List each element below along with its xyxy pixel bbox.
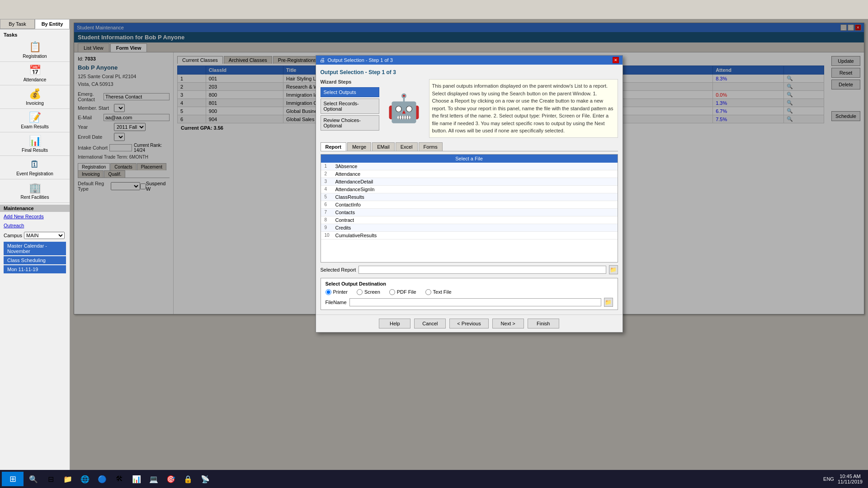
attendance-icon: 📅: [29, 65, 41, 76]
dialog-close-btn[interactable]: ✕: [613, 57, 619, 63]
dialog-title-bar: 🖨 Output Selection - Step 1 of 3 ✕: [316, 56, 623, 65]
output-dialog: 🖨 Output Selection - Step 1 of 3 ✕ Outpu…: [316, 55, 623, 333]
file-list-item-4[interactable]: 4 AttendanceSignIn: [321, 186, 618, 193]
file-list-item-9[interactable]: 9 Credits: [321, 224, 618, 232]
file-list-item-2[interactable]: 2 Attendance: [321, 170, 618, 178]
sidebar: By Task By Entity Tasks 📋 Registration 📅…: [0, 19, 70, 470]
filename-input[interactable]: [349, 298, 601, 306]
taskbar-icons: 🔍 ⊟ 📁 🌐 🔵 🛠 📊 💻 🎯 🔒 📡: [25, 471, 213, 487]
add-records-link[interactable]: Add New Records: [0, 212, 70, 221]
radio-text[interactable]: Text File: [425, 289, 452, 295]
invoicing-label: Invoicing: [26, 101, 43, 106]
taskbar-clock: 10:45 AM 11/11/2019: [838, 474, 863, 484]
taskbar-task-view[interactable]: ⊟: [42, 471, 59, 487]
file-list-item-5[interactable]: 5 ClassResults: [321, 193, 618, 201]
outreach-link[interactable]: Outreach: [0, 221, 70, 230]
modal-overlay: 🖨 Output Selection - Step 1 of 3 ✕ Outpu…: [70, 19, 868, 470]
dialog-icon: 🖨: [320, 57, 325, 63]
wizard-step-1[interactable]: Select Outputs: [321, 87, 379, 97]
file-list-container: Select a File 1 3Absence 2 Attendance 3 …: [321, 154, 618, 263]
wizard-step-2[interactable]: Select Records-Optional: [321, 99, 379, 114]
file-list-item-6[interactable]: 6 ContactInfo: [321, 201, 618, 209]
sidebar-item-event-registration[interactable]: 🗓 Event Registration: [0, 156, 70, 179]
rtab-excel[interactable]: Excel: [396, 142, 418, 151]
app-container: By Task By Entity Tasks 📋 Registration 📅…: [0, 0, 868, 470]
taskbar-chrome[interactable]: 🔵: [94, 471, 110, 487]
start-button[interactable]: ⊞: [2, 472, 24, 486]
radio-printer[interactable]: Printer: [326, 289, 348, 295]
sidebar-item-exam-results[interactable]: 📝 Exam Results: [0, 109, 70, 132]
sidebar-item-invoicing[interactable]: 💰 Invoicing: [0, 85, 70, 109]
taskbar-app2[interactable]: 📊: [128, 471, 145, 487]
master-calendar-btn[interactable]: Master Calendar - November: [4, 242, 66, 255]
radio-pdf-input[interactable]: [389, 289, 395, 295]
wizard-steps-panel: Wizard Steps Select Outputs Select Recor…: [321, 79, 379, 138]
rtab-forms[interactable]: Forms: [419, 142, 443, 151]
report-tabs: Report Merge EMail Excel Forms: [321, 142, 618, 151]
selected-report-folder-btn[interactable]: 📁: [609, 265, 618, 274]
dialog-body: Output Selection - Step 1 of 3 Wizard St…: [316, 65, 623, 314]
rent-facilities-icon: 🏢: [29, 182, 41, 194]
taskbar-app6[interactable]: 📡: [197, 471, 213, 487]
radio-pdf[interactable]: PDF File: [389, 289, 416, 295]
rtab-merge[interactable]: Merge: [347, 142, 371, 151]
sidebar-item-attendance[interactable]: 📅 Attendance: [0, 62, 70, 85]
tab-by-task[interactable]: By Task: [0, 19, 35, 29]
taskbar-app1[interactable]: 🛠: [111, 471, 127, 487]
file-list-item-1[interactable]: 1 3Absence: [321, 163, 618, 170]
main-content: Student Maintenance _ □ ✕ Student Inform…: [70, 19, 868, 470]
file-list-item-3[interactable]: 3 AttendanceDetail: [321, 178, 618, 186]
wizard-robot-icon: 🤖: [387, 92, 421, 124]
dialog-description: This panel outputs information displayed…: [429, 79, 618, 138]
radio-screen-input[interactable]: [357, 289, 363, 295]
filename-folder-btn[interactable]: 📁: [604, 298, 613, 307]
registration-label: Registration: [23, 54, 47, 59]
invoicing-icon: 💰: [29, 88, 41, 100]
taskbar-right: ENG 10:45 AM 11/11/2019: [823, 474, 866, 484]
help-button[interactable]: Help: [379, 319, 410, 328]
cancel-button[interactable]: Cancel: [414, 319, 446, 328]
registration-icon: 📋: [29, 41, 41, 53]
sidebar-item-rent-facilities[interactable]: 🏢 Rent Facilities: [0, 179, 70, 203]
dialog-title-text: Output Selection - Step 1 of 3: [328, 57, 393, 63]
file-list-item-8[interactable]: 8 Contract: [321, 216, 618, 224]
taskbar-explorer[interactable]: 📁: [60, 471, 76, 487]
date-btn[interactable]: Mon 11-11-19: [4, 265, 66, 273]
taskbar-search[interactable]: 🔍: [25, 471, 42, 487]
radio-printer-input[interactable]: [326, 289, 331, 295]
wizard-steps-title: Wizard Steps: [321, 79, 379, 84]
dialog-top-section: Wizard Steps Select Outputs Select Recor…: [321, 79, 618, 138]
taskbar-app4[interactable]: 🎯: [163, 471, 179, 487]
previous-button[interactable]: < Previous: [449, 319, 488, 328]
campus-select[interactable]: MAIN: [24, 232, 65, 239]
output-dest-section: Select Output Destination Printer Screen…: [321, 278, 618, 310]
selected-report-row: Selected Report 📁: [321, 265, 618, 274]
taskbar-ie[interactable]: 🌐: [77, 471, 93, 487]
output-radio-row: Printer Screen PDF File Text File: [326, 289, 613, 295]
selected-report-label: Selected Report: [321, 267, 356, 272]
event-registration-icon: 🗓: [30, 159, 40, 170]
sidebar-item-final-results[interactable]: 📊 Final Results: [0, 132, 70, 156]
dialog-step-title: Output Selection - Step 1 of 3: [321, 69, 618, 75]
attendance-label: Attendance: [24, 77, 47, 82]
radio-text-input[interactable]: [425, 289, 431, 295]
tab-by-entity[interactable]: By Entity: [35, 19, 70, 29]
taskbar-time: 10:45 AM: [838, 474, 863, 479]
taskbar-app3[interactable]: 💻: [146, 471, 162, 487]
taskbar-app5[interactable]: 🔒: [180, 471, 196, 487]
radio-screen[interactable]: Screen: [357, 289, 380, 295]
finish-button[interactable]: Finish: [528, 319, 559, 328]
file-list-item-7[interactable]: 7 Contacts: [321, 209, 618, 216]
rtab-email[interactable]: EMail: [372, 142, 395, 151]
maintenance-header: Maintenance: [0, 205, 70, 212]
final-results-icon: 📊: [29, 135, 41, 147]
taskbar: ⊞ 🔍 ⊟ 📁 🌐 🔵 🛠 📊 💻 🎯 🔒 📡 ENG 10:45 AM 11/…: [0, 470, 868, 488]
next-button[interactable]: Next >: [492, 319, 524, 328]
wizard-step-3[interactable]: Review Choices-Optional: [321, 115, 379, 131]
file-list-item-10[interactable]: 10 CumulativeResults: [321, 232, 618, 239]
wizard-icon-area: 🤖: [384, 79, 425, 138]
rtab-report[interactable]: Report: [321, 142, 346, 151]
selected-report-input[interactable]: [359, 266, 606, 274]
class-scheduling-btn[interactable]: Class Scheduling: [4, 256, 66, 264]
sidebar-item-registration[interactable]: 📋 Registration: [0, 38, 70, 62]
